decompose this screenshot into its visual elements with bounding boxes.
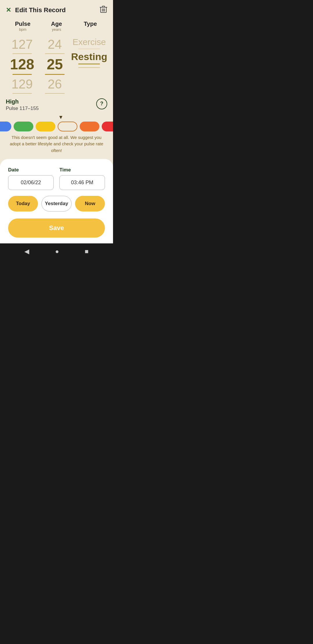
- home-button[interactable]: ●: [55, 248, 59, 255]
- now-button[interactable]: Now: [75, 196, 105, 211]
- pill-orange-outline: [58, 122, 77, 131]
- age-below[interactable]: 26: [39, 75, 71, 94]
- health-message: This doesn't seem good at all. We sugges…: [6, 134, 107, 154]
- help-button[interactable]: ?: [96, 98, 107, 109]
- pulse-picker[interactable]: 127 128 129: [6, 35, 39, 94]
- health-level: High: [6, 98, 39, 105]
- pulse-below[interactable]: 129: [6, 75, 39, 94]
- close-button[interactable]: ✕: [6, 6, 11, 14]
- health-info: High Pulse 117–155: [6, 98, 39, 111]
- picker-rows: 127 128 129 24 25 26 Exercise Resting: [6, 35, 107, 94]
- pill-yellow: [36, 122, 55, 131]
- time-input[interactable]: [59, 175, 105, 190]
- health-status: High Pulse 117–155 ?: [0, 94, 113, 113]
- age-column-header: Age years: [40, 21, 74, 32]
- age-above[interactable]: 24: [39, 35, 71, 54]
- page-title: Edit This Record: [15, 6, 100, 14]
- recents-button[interactable]: ■: [85, 248, 88, 255]
- pill-orange: [80, 122, 99, 131]
- color-pills: [0, 122, 113, 131]
- type-below[interactable]: [71, 64, 107, 68]
- today-button[interactable]: Today: [8, 196, 38, 211]
- back-button[interactable]: ◀: [24, 248, 29, 255]
- type-label: Type: [73, 21, 107, 27]
- type-picker[interactable]: Exercise Resting: [71, 35, 107, 94]
- quick-buttons: Today Yesterday Now: [8, 196, 105, 211]
- yesterday-button[interactable]: Yesterday: [41, 196, 72, 211]
- pill-red: [102, 122, 113, 131]
- health-range: Pulse 117–155: [6, 106, 39, 111]
- date-time-row: Date Time: [8, 167, 105, 190]
- pulse-unit: bpm: [6, 27, 40, 32]
- delete-button[interactable]: [100, 5, 107, 15]
- pulse-above[interactable]: 127: [6, 35, 39, 54]
- header: ✕ Edit This Record: [0, 0, 113, 18]
- pulse-column-header: Pulse bpm: [6, 21, 40, 32]
- date-input[interactable]: [8, 175, 54, 190]
- triangle-indicator: ▼: [58, 114, 63, 120]
- color-bar-section: ▼ This doesn't seem good at all. We sugg…: [0, 113, 113, 157]
- time-field-group: Time: [59, 167, 105, 190]
- time-label: Time: [59, 167, 105, 173]
- pulse-label: Pulse: [6, 21, 40, 27]
- age-unit: years: [40, 27, 74, 32]
- card-section: Date Time Today Yesterday Now Save: [0, 159, 113, 243]
- type-selected[interactable]: Resting: [71, 49, 107, 64]
- age-label: Age: [40, 21, 74, 27]
- age-selected[interactable]: 25: [39, 54, 71, 75]
- age-picker[interactable]: 24 25 26: [39, 35, 71, 94]
- type-above[interactable]: Exercise: [71, 35, 107, 49]
- date-label: Date: [8, 167, 54, 173]
- save-button[interactable]: Save: [8, 218, 105, 238]
- pulse-selected[interactable]: 128: [6, 54, 39, 75]
- column-headers: Pulse bpm Age years Type: [6, 21, 107, 33]
- svg-rect-2: [102, 6, 105, 7]
- type-column-header: Type: [73, 21, 107, 32]
- pill-blue: [0, 122, 11, 131]
- pill-green: [14, 122, 33, 131]
- date-field-group: Date: [8, 167, 54, 190]
- picker-section: Pulse bpm Age years Type 127 128 129 24: [0, 18, 113, 94]
- bottom-nav: ◀ ● ■: [0, 243, 113, 260]
